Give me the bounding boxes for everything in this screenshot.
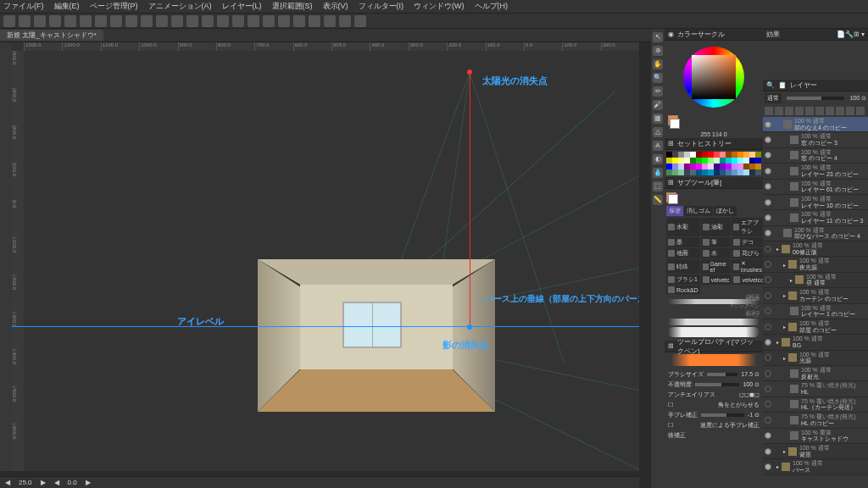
effect-panel-header[interactable]: 効果📄🔧⊞ ▾ [763, 29, 868, 41]
history-panel-header[interactable]: ⊞セットヒストリー [665, 138, 763, 150]
layer-list[interactable]: 100 % 通常部のなえ4 のコピー100 % 通常窓 のコピー 3100 % … [763, 117, 868, 488]
color-swatch[interactable] [696, 152, 702, 158]
toolbar-button[interactable] [95, 15, 107, 27]
visibility-toggle[interactable] [765, 152, 771, 158]
color-swatch[interactable] [720, 152, 726, 158]
subtool-item[interactable]: 水彩 [666, 218, 700, 236]
color-swatch[interactable] [737, 164, 743, 169]
color-swatch[interactable] [678, 164, 684, 169]
layer-item[interactable]: 100 % 通常レイヤー 10 のコピー [763, 195, 868, 210]
tool-button[interactable]: 🖌 [653, 100, 663, 110]
color-swatch[interactable] [690, 164, 696, 169]
color-swatch[interactable] [714, 169, 720, 175]
layer-item[interactable]: ▸100 % 通常夜光源 [763, 257, 868, 272]
layer-item[interactable]: 75 % 覆い焼き(発光)HL（カーテン発送） [763, 397, 868, 413]
color-swatch[interactable] [684, 169, 690, 175]
menu-item[interactable]: ファイル(F) [3, 1, 44, 12]
color-swatch[interactable] [702, 152, 708, 158]
color-swatches[interactable] [665, 150, 763, 177]
color-swatch[interactable] [708, 169, 714, 175]
color-swatch[interactable] [726, 164, 732, 169]
toolbar-button[interactable] [3, 15, 15, 27]
color-swatch[interactable] [684, 152, 690, 158]
toolbar-button[interactable] [171, 15, 183, 27]
visibility-toggle[interactable] [765, 432, 771, 439]
color-swatch[interactable] [690, 169, 696, 175]
toolbar-button[interactable] [263, 15, 275, 27]
visibility-toggle[interactable] [765, 463, 771, 470]
toolbar-button[interactable] [49, 15, 61, 27]
layer-item[interactable]: ▸100 % 通常部屋 のコピー [763, 319, 868, 335]
toolbar-button[interactable] [278, 15, 290, 27]
toolbar-button[interactable] [354, 15, 366, 27]
color-swatch[interactable] [696, 158, 702, 164]
layer-item[interactable]: 100 % 通常部ひなパース のコピー 4 [763, 226, 868, 241]
layer-action-button[interactable] [856, 107, 865, 115]
visibility-toggle[interactable] [765, 370, 771, 377]
color-swatch[interactable] [749, 164, 755, 169]
color-swatch[interactable] [755, 158, 761, 164]
tool-button[interactable]: 📏 [653, 195, 663, 205]
toolbar-button[interactable] [110, 15, 122, 27]
toolbar-button[interactable] [202, 15, 214, 27]
toolbar-button[interactable] [19, 15, 31, 27]
toolbar-button[interactable] [186, 15, 198, 27]
tool-button[interactable]: A [653, 141, 663, 151]
menu-item[interactable]: レイヤー(L) [222, 1, 262, 12]
menu-item[interactable]: ヘルプ(H) [475, 1, 509, 12]
color-swatch[interactable] [672, 169, 678, 175]
tool-button[interactable]: ✏ [653, 86, 663, 97]
visibility-toggle[interactable] [765, 448, 771, 455]
color-swatch[interactable] [672, 158, 678, 164]
visibility-toggle[interactable] [765, 230, 771, 236]
color-swatch[interactable] [672, 152, 678, 158]
visibility-toggle[interactable] [765, 246, 771, 252]
rotation-value[interactable]: 0.0 [68, 479, 77, 486]
color-swatch[interactable] [743, 169, 749, 175]
color-swatch[interactable] [702, 169, 708, 175]
color-swatch[interactable] [672, 164, 678, 169]
subtool-item[interactable]: デコ [732, 237, 765, 247]
layer-panel-header[interactable]: 🔍📋レイヤー [763, 80, 868, 92]
visibility-toggle[interactable] [765, 168, 771, 175]
toolbar-button[interactable] [34, 15, 46, 27]
color-swatch[interactable] [714, 158, 720, 164]
layer-item[interactable]: ▸100 % 通常06修正版 [763, 241, 868, 257]
color-swatch[interactable] [743, 152, 749, 158]
visibility-toggle[interactable] [765, 199, 771, 206]
layer-item[interactable]: 100 % 通常レイヤー 61 のコピー [763, 180, 868, 195]
color-swatch[interactable] [749, 152, 755, 158]
layer-item[interactable]: 100 % 通常窓 のコピー 3 [763, 132, 868, 147]
subtool-item[interactable]: 油彩 [701, 218, 732, 236]
color-swatch[interactable] [726, 152, 732, 158]
menu-item[interactable]: 編集(E) [54, 1, 80, 12]
toolbar-button[interactable] [141, 15, 153, 27]
visibility-toggle[interactable] [765, 354, 771, 361]
color-swatch[interactable] [666, 152, 672, 158]
subtool-item[interactable]: velvetc [701, 274, 732, 285]
color-swatch[interactable] [732, 164, 737, 169]
toolbar-button[interactable] [232, 15, 244, 27]
blend-mode-select[interactable]: 通常 [765, 93, 782, 103]
color-swatch[interactable] [708, 158, 714, 164]
tool-button[interactable]: ◐ [653, 154, 663, 164]
menu-item[interactable]: フィルター(I) [359, 1, 404, 12]
subtool-item[interactable]: 特殊 [666, 259, 700, 274]
color-wheel[interactable] [665, 41, 763, 114]
subtool-item[interactable]: velvetco [732, 274, 765, 285]
layer-action-button[interactable] [785, 107, 793, 115]
color-swatch[interactable] [690, 152, 696, 158]
toolbar-button[interactable] [217, 15, 229, 27]
visibility-toggle[interactable] [765, 324, 771, 330]
subtool-item[interactable]: ブラシ1 [666, 274, 700, 285]
color-swatch[interactable] [678, 158, 684, 164]
subtool-item[interactable]: 地面 [666, 248, 700, 258]
tool-button[interactable]: ⬚ [653, 181, 663, 191]
subtool-item[interactable]: 花びら [732, 248, 765, 258]
color-swatch[interactable] [666, 164, 672, 169]
brush-stroke[interactable] [668, 327, 760, 337]
layer-item[interactable]: 100 % 通常レイヤー 23 のコピー [763, 164, 868, 179]
color-swatch[interactable] [714, 152, 720, 158]
layer-action-button[interactable] [815, 107, 824, 115]
layer-action-button[interactable] [805, 107, 814, 115]
